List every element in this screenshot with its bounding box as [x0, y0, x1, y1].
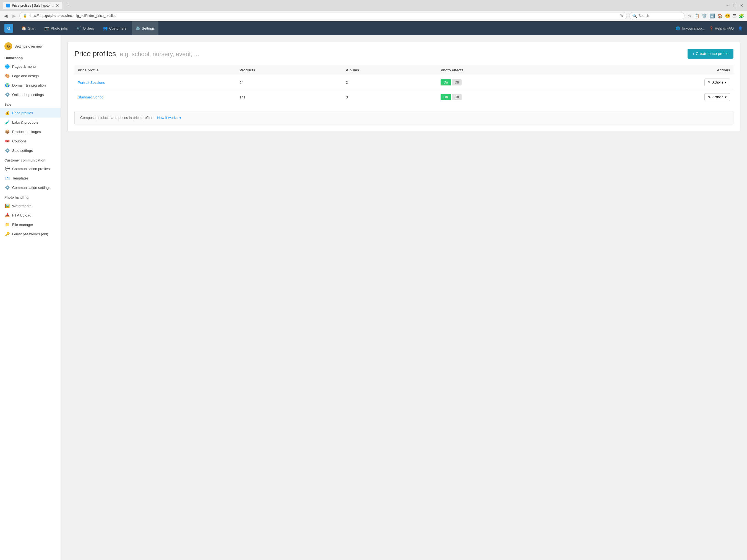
customers-icon: 👥 — [103, 26, 108, 30]
actions-button-1[interactable]: ✎ Actions ▾ — [704, 93, 730, 101]
comm-icon: 💬 — [4, 166, 10, 172]
address-text: https://app.gotphoto.co.uk/config_sell/i… — [29, 14, 618, 18]
table-row: Standard School 141 3 On Off ✎ — [74, 90, 733, 104]
face-icon[interactable]: 😊 — [725, 13, 730, 19]
nav-settings[interactable]: ⚙️ Settings — [132, 21, 159, 35]
nav-orders[interactable]: 🛒 Orders — [73, 21, 98, 35]
home-icon[interactable]: 🏠 — [717, 13, 723, 19]
back-button[interactable]: ◀ — [3, 13, 9, 19]
sidebar-settings-overview[interactable]: ⚙ Settings overview — [0, 40, 60, 53]
refresh-button[interactable]: ↻ — [620, 14, 623, 18]
tab-close-button[interactable]: ✕ — [56, 3, 59, 8]
profile-link-0[interactable]: Portrait Sessions — [78, 80, 105, 85]
key-icon: 🔑 — [4, 231, 10, 237]
nav-photo-jobs[interactable]: 📷 Photo jobs — [41, 21, 71, 35]
nav-right: 🌐 To your shop... ❓ Help & FAQ 👤 — [676, 26, 743, 30]
cell-photo-effects-1: On Off — [437, 90, 578, 104]
main-layout: ⚙ Settings overview Onlineshop 🌐 Pages &… — [0, 35, 747, 560]
info-arrow: ▼ — [179, 116, 182, 120]
user-icon[interactable]: 👤 — [738, 26, 743, 30]
maximize-button[interactable]: ❐ — [732, 3, 737, 8]
download-icon[interactable]: ⬇️ — [710, 13, 715, 19]
sidebar: ⚙ Settings overview Onlineshop 🌐 Pages &… — [0, 35, 61, 560]
cell-profile-name-1: Standard School — [74, 90, 236, 104]
gear-nav-icon: ⚙️ — [135, 26, 140, 30]
toggle-on-0[interactable]: On — [441, 79, 450, 85]
browser-tab[interactable]: Price profiles | Sale | gotph... ✕ — [3, 2, 63, 9]
app-logo[interactable]: G — [4, 24, 13, 33]
col-price-profile: Price profile — [74, 65, 236, 75]
wrench-icon-1: ✎ — [708, 95, 711, 99]
sidebar-section-onlineshop: Onlineshop — [0, 53, 60, 62]
ftp-icon: 📤 — [4, 212, 10, 218]
how-it-works-link[interactable]: How it works ▼ — [157, 116, 182, 120]
forward-button[interactable]: ▶ — [11, 13, 17, 19]
table-row: Portrait Sessions 24 2 On Off ✎ — [74, 75, 733, 90]
home-nav-icon: 🏠 — [22, 26, 26, 30]
browser-chrome: Price profiles | Sale | gotph... ✕ + − ❐… — [0, 0, 747, 21]
create-price-profile-button[interactable]: + Create price profile — [688, 49, 733, 59]
address-bar[interactable]: 🔒 https://app.gotphoto.co.uk/config_sell… — [19, 12, 627, 19]
reading-list-icon[interactable]: 📋 — [694, 13, 699, 19]
close-button[interactable]: ✕ — [739, 3, 744, 8]
actions-label-0: Actions — [713, 80, 723, 84]
sale-settings-icon: ⚙️ — [4, 148, 10, 153]
minimize-button[interactable]: − — [725, 3, 730, 8]
sidebar-item-guest-passwords[interactable]: 🔑 Guest passwords (old) — [0, 229, 60, 239]
sidebar-item-comm-settings[interactable]: ⚙️ Communication settings — [0, 183, 60, 192]
help-link[interactable]: ❓ Help & FAQ — [709, 26, 734, 30]
sidebar-item-onlineshop-settings[interactable]: ⚙️ Onlineshop settings — [0, 90, 60, 99]
templates-icon: 📧 — [4, 175, 10, 181]
sidebar-item-product-packages[interactable]: 📦 Product packages — [0, 127, 60, 136]
col-actions: Actions — [578, 65, 733, 75]
nav-start[interactable]: 🏠 Start — [18, 21, 39, 35]
coupons-icon: 🎟️ — [4, 138, 10, 144]
content-area: Price profiles e.g. school, nursery, eve… — [61, 35, 747, 560]
sidebar-item-ftp-upload[interactable]: 📤 FTP Upload — [0, 210, 60, 220]
shop-settings-icon: ⚙️ — [4, 92, 10, 97]
camera-icon: 📷 — [44, 26, 49, 30]
cell-photo-effects-0: On Off — [437, 75, 578, 90]
actions-button-0[interactable]: ✎ Actions ▾ — [704, 79, 730, 86]
sidebar-item-logo-design[interactable]: 🎨 Logo and design — [0, 71, 60, 80]
toggle-on-1[interactable]: On — [441, 94, 450, 100]
dropdown-arrow-0: ▾ — [725, 80, 726, 84]
sidebar-item-comm-profiles[interactable]: 💬 Communication profiles — [0, 164, 60, 173]
extension-icon[interactable]: 🧩 — [739, 13, 744, 19]
app-navbar: G 🏠 Start 📷 Photo jobs 🛒 Orders 👥 Custom… — [0, 21, 747, 35]
page-subtitle: e.g. school, nursery, event, ... — [120, 51, 199, 57]
cell-actions-0: ✎ Actions ▾ — [578, 75, 733, 90]
overview-icon: ⚙ — [4, 42, 12, 50]
col-albums: Albums — [343, 65, 438, 75]
sidebar-item-pages-menu[interactable]: 🌐 Pages & menu — [0, 62, 60, 71]
sidebar-item-labs-products[interactable]: 🧪 Labs & products — [0, 118, 60, 127]
to-shop-link[interactable]: 🌐 To your shop... — [676, 26, 705, 30]
wrench-icon-0: ✎ — [708, 80, 711, 84]
logo-icon: 🎨 — [4, 73, 10, 79]
file-icon: 📁 — [4, 222, 10, 227]
cell-albums-1: 3 — [343, 90, 438, 104]
browser-search-input[interactable] — [639, 14, 681, 18]
sidebar-item-sale-settings[interactable]: ⚙️ Sale settings — [0, 146, 60, 155]
profile-link-1[interactable]: Standard School — [78, 95, 104, 99]
cell-actions-1: ✎ Actions ▾ — [578, 90, 733, 104]
bookmark-icon[interactable]: ☆ — [688, 13, 692, 19]
tab-title: Price profiles | Sale | gotph... — [12, 4, 54, 7]
col-products: Products — [236, 65, 342, 75]
sidebar-item-domain[interactable]: 🌍 Domain & integration — [0, 80, 60, 90]
sidebar-item-price-profiles[interactable]: 💰 Price profiles — [0, 108, 60, 118]
dropdown-arrow-1: ▾ — [725, 95, 726, 99]
new-tab-button[interactable]: + — [65, 2, 71, 8]
shop-icon: 🌐 — [676, 26, 680, 30]
pages-icon: 🌐 — [4, 63, 10, 69]
sidebar-item-templates[interactable]: 📧 Templates — [0, 173, 60, 183]
sidebar-item-file-manager[interactable]: 📁 File manager — [0, 220, 60, 229]
sidebar-item-coupons[interactable]: 🎟️ Coupons — [0, 136, 60, 146]
toggle-off-0[interactable]: Off — [452, 79, 462, 85]
toggle-off-1[interactable]: Off — [452, 94, 462, 100]
shield-icon[interactable]: 🛡️ — [702, 13, 707, 19]
browser-search-bar[interactable]: 🔍 — [629, 12, 685, 19]
menu-icon[interactable]: ☰ — [732, 13, 737, 19]
sidebar-item-watermarks[interactable]: 🖼️ Watermarks — [0, 201, 60, 210]
nav-customers[interactable]: 👥 Customers — [99, 21, 131, 35]
